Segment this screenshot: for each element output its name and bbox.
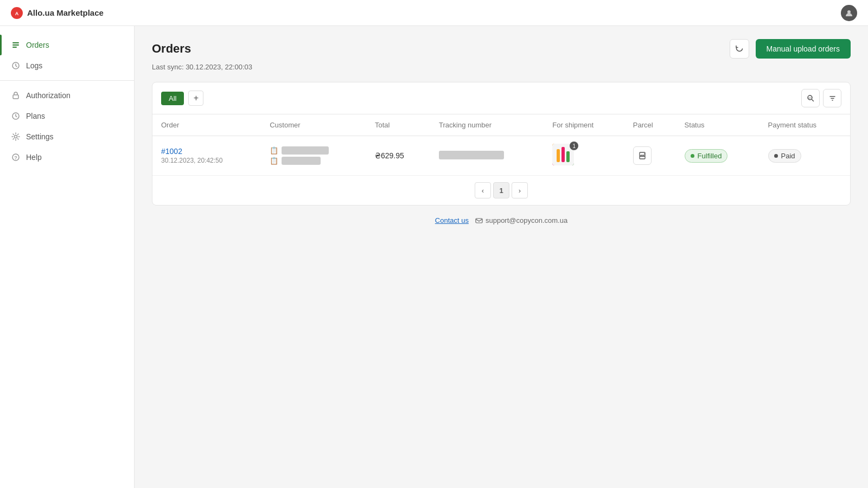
contact-us-link[interactable]: Contact us: [435, 216, 469, 224]
sidebar-item-help[interactable]: ? Help: [0, 147, 134, 168]
svg-point-19: [644, 153, 645, 155]
support-email-row: support@copycon.com.ua: [475, 216, 567, 224]
copy-detail-icon[interactable]: 📋: [270, 157, 278, 165]
sidebar-item-settings[interactable]: Settings: [0, 126, 134, 147]
table-toolbar: All +: [152, 82, 850, 114]
manual-upload-button[interactable]: Manual upload orders: [756, 39, 851, 59]
page-header: Orders Manual upload orders: [152, 39, 851, 59]
svg-rect-14: [557, 149, 560, 162]
page-title: Orders: [152, 42, 191, 56]
authorization-icon: [11, 91, 21, 100]
col-payment: Payment status: [760, 114, 850, 136]
plans-icon: [11, 111, 21, 121]
sidebar-item-orders[interactable]: Orders: [0, 35, 134, 55]
svg-rect-3: [12, 42, 19, 43]
status-badge: Fulfilled: [685, 149, 728, 163]
table-body: #1002 30.12.2023, 20:42:50 📋: [152, 136, 850, 176]
sidebar-logs-label: Logs: [26, 61, 42, 70]
sidebar-section-2: Authorization Plans Sett: [0, 85, 134, 168]
search-filter-button[interactable]: [801, 89, 820, 107]
table-row: #1002 30.12.2023, 20:42:50 📋: [152, 136, 850, 176]
sidebar-authorization-label: Authorization: [26, 91, 71, 100]
col-parcel: Parcel: [624, 114, 676, 136]
col-status: Status: [676, 114, 760, 136]
table-header: Order Customer Total Tracking number For…: [152, 114, 850, 136]
filter-add-button[interactable]: +: [188, 91, 203, 106]
table-wrapper: Order Customer Total Tracking number For…: [152, 114, 850, 205]
sidebar: Orders Logs: [0, 26, 135, 488]
main-layout: Orders Logs: [0, 26, 868, 488]
brand: A Allo.ua Marketplace: [11, 7, 104, 19]
shipment-thumbnail: 1: [552, 144, 576, 168]
sidebar-help-label: Help: [26, 153, 42, 162]
svg-rect-15: [561, 147, 565, 162]
col-customer: Customer: [261, 114, 366, 136]
svg-rect-7: [13, 95, 18, 99]
col-tracking: Tracking number: [430, 114, 544, 136]
help-icon: ?: [11, 152, 21, 162]
table-filters: All +: [161, 91, 203, 106]
customer-name-row: 📋: [270, 146, 358, 155]
parcel-cell: [624, 136, 676, 176]
sidebar-settings-label: Settings: [26, 132, 54, 141]
svg-rect-5: [12, 47, 17, 48]
last-sync-text: Last sync: 30.12.2023, 22:00:03: [152, 63, 851, 71]
sidebar-item-plans[interactable]: Plans: [0, 106, 134, 126]
sidebar-section-1: Orders Logs: [0, 35, 134, 76]
prev-page-button[interactable]: ‹: [475, 182, 491, 198]
user-avatar[interactable]: [841, 5, 857, 21]
sidebar-plans-label: Plans: [26, 112, 45, 120]
copy-name-icon[interactable]: 📋: [270, 146, 278, 155]
sidebar-divider: [0, 80, 134, 81]
shipment-count-badge: 1: [570, 142, 578, 150]
svg-text:?: ?: [14, 155, 17, 160]
settings-icon: [11, 132, 21, 142]
svg-rect-20: [476, 219, 482, 223]
sort-button[interactable]: [823, 89, 841, 107]
svg-rect-18: [640, 156, 645, 159]
refresh-button[interactable]: [730, 39, 749, 59]
customer-detail-blurred: [282, 157, 321, 165]
sidebar-item-logs[interactable]: Logs: [0, 55, 134, 76]
orders-card: All +: [152, 82, 851, 206]
brand-icon: A: [11, 7, 23, 19]
svg-rect-4: [12, 44, 19, 46]
customer-cell: 📋 📋: [261, 136, 366, 176]
customer-info: 📋 📋: [270, 146, 358, 165]
tracking-cell: [430, 136, 544, 176]
status-dot: [691, 154, 694, 158]
tracking-blurred: [439, 151, 504, 159]
pagination: ‹ 1 ›: [152, 176, 850, 205]
status-cell: Fulfilled: [676, 136, 760, 176]
total-cell: ₴629.95: [366, 136, 430, 176]
svg-point-9: [15, 136, 17, 138]
sidebar-item-authorization[interactable]: Authorization: [0, 85, 134, 106]
print-parcel-button[interactable]: [633, 146, 652, 165]
shipment-cell: 1: [544, 136, 624, 176]
payment-dot: [774, 154, 778, 158]
payment-badge: Paid: [768, 149, 801, 163]
col-order: Order: [152, 114, 261, 136]
header-actions: Manual upload orders: [730, 39, 851, 59]
content-area: Orders Manual upload orders Last sync: 3…: [135, 26, 868, 488]
topbar: A Allo.ua Marketplace: [0, 0, 868, 26]
payment-cell: Paid: [760, 136, 850, 176]
next-page-button[interactable]: ›: [512, 182, 528, 198]
order-link[interactable]: #1002: [161, 147, 182, 156]
orders-table: Order Customer Total Tracking number For…: [152, 114, 850, 176]
support-email: support@copycon.com.ua: [486, 216, 567, 224]
filter-all-button[interactable]: All: [161, 92, 184, 105]
payment-label: Paid: [781, 152, 795, 160]
table-actions: [801, 89, 841, 107]
order-total: ₴629.95: [375, 151, 404, 160]
order-date: 30.12.2023, 20:42:50: [161, 157, 252, 164]
svg-rect-16: [566, 151, 570, 162]
status-label: Fulfilled: [698, 152, 722, 160]
footer: Contact us support@copycon.com.ua: [152, 206, 851, 229]
svg-text:A: A: [15, 11, 19, 16]
logs-icon: [11, 61, 21, 70]
email-icon: [475, 217, 483, 224]
current-page-button[interactable]: 1: [493, 182, 509, 198]
sidebar-orders-label: Orders: [26, 41, 49, 49]
col-shipment: For shipment: [544, 114, 624, 136]
